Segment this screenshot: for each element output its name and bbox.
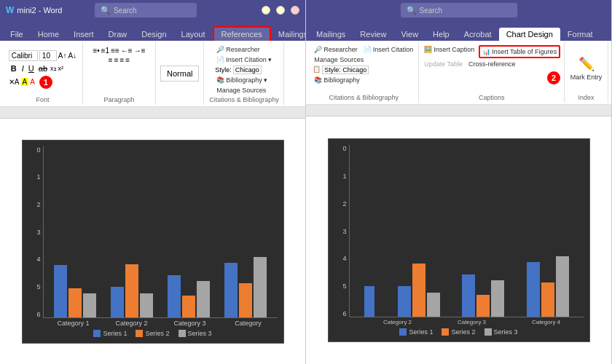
paragraph-group: ≡• ≡1 ≡≡ ←≡ →≡ ≡ ≡ ≡ ≡ Paragraph [83, 42, 156, 105]
clear-format-btn[interactable]: ✕A [9, 78, 20, 86]
tab-layout[interactable]: Layout [174, 28, 213, 41]
cat4-s3 [254, 257, 267, 317]
justify-btn[interactable]: ≡ [125, 56, 130, 64]
researcher-btn[interactable]: 🔎 Researcher [215, 45, 273, 54]
tab-r-acrobat[interactable]: Acrobat [457, 28, 499, 41]
strikethrough-btn[interactable]: ab [37, 63, 49, 74]
s3-label: Series 3 [188, 330, 212, 337]
app-title: mini2 - Word [17, 6, 62, 15]
normal-style-btn[interactable]: Normal [160, 66, 199, 82]
win-controls-left [262, 6, 299, 15]
manage-sources-right[interactable]: Manage Sources [313, 55, 415, 64]
insert-caption-icon: 🖼️ [424, 46, 432, 53]
tab-home[interactable]: Home [31, 28, 66, 41]
insert-citation-btn[interactable]: 📄 Insert Citation ▾ [215, 55, 273, 64]
para-row2: ≡ ≡ ≡ ≡ [109, 56, 130, 64]
align-left-btn[interactable]: ≡ [109, 56, 113, 64]
cat1-label: Category 1 [52, 320, 95, 327]
insert-caption-btn[interactable]: 🖼️ Insert Caption [423, 45, 476, 54]
tab-insert[interactable]: Insert [66, 28, 101, 41]
citations-group-label-right: Citations & Bibliography [329, 92, 399, 101]
left-title-bar: W mini2 - Word 🔍 Search [0, 0, 305, 20]
legend-left: Series 1 Series 2 Series 3 [28, 330, 278, 337]
tab-file[interactable]: File [3, 28, 31, 41]
font-group: Calibri 10 A↑ A↓ B I U ab x₂ x² ✕A [3, 42, 83, 105]
italic-btn[interactable]: I [20, 63, 26, 74]
style-value-right[interactable]: Style: Chicago [322, 66, 369, 74]
chart-right: 6543210 [328, 138, 590, 342]
tab-references[interactable]: References [213, 26, 271, 41]
align-right-btn[interactable]: ≡ [119, 56, 124, 64]
tab-r-chartdesign[interactable]: Chart Design [499, 28, 560, 41]
tab-r-view[interactable]: View [393, 28, 425, 41]
manage-sources-btn[interactable]: Manage Sources [215, 86, 273, 95]
ribbon-left: Calibri 10 A↑ A↓ B I U ab x₂ x² ✕A [0, 41, 305, 107]
cat2-group [111, 264, 153, 317]
chart-left: 6543210 [22, 140, 284, 344]
multilevel-btn[interactable]: ≡≡ [111, 47, 119, 55]
tab-draw[interactable]: Draw [101, 28, 135, 41]
tab-r-mailings[interactable]: Mailings [309, 28, 353, 41]
decrease-indent-btn[interactable]: ←≡ [121, 47, 133, 55]
font-row1: Calibri 10 A↑ A↓ [9, 50, 76, 61]
search-box-left[interactable]: 🔍 Search [95, 3, 197, 17]
ruler-right [306, 105, 611, 116]
ruler-left [0, 107, 305, 119]
font-color-btn[interactable]: A [30, 78, 35, 86]
cat4-right-s2 [541, 282, 554, 317]
search-input-right[interactable]: 🔍 Search [401, 3, 517, 17]
citation-dropdown[interactable]: ▾ [268, 56, 272, 63]
tab-r-help[interactable]: Help [425, 28, 457, 41]
font-size-box[interactable]: 10 [39, 50, 57, 61]
cross-reference-btn[interactable]: Cross-reference [467, 60, 517, 68]
superscript-btn[interactable]: x² [58, 65, 64, 72]
r-s2-swatch [442, 328, 449, 336]
bibliography-dropdown[interactable]: ▾ [264, 76, 267, 84]
r-s1-swatch [399, 328, 407, 336]
style-value-box[interactable]: Chicago [233, 66, 262, 74]
s2-label: Series 2 [145, 330, 169, 337]
update-table-btn[interactable]: Update Table [423, 60, 464, 68]
insert-table-figures-btn[interactable]: 📊 Insert Table of Figures [481, 47, 558, 56]
bold-btn[interactable]: B [9, 63, 19, 74]
left-panel: W mini2 - Word 🔍 Search File Home Insert… [0, 0, 306, 364]
minimize-btn[interactable] [262, 6, 270, 15]
shrink-icon[interactable]: A↓ [68, 52, 77, 60]
researcher-btn-right[interactable]: 🔎 Researcher [313, 45, 359, 54]
insert-table-figures-container: 📊 Insert Table of Figures [479, 45, 560, 58]
legend-s3: Series 3 [178, 330, 212, 337]
maximize-btn[interactable] [276, 6, 285, 15]
cat1-s2 [68, 288, 82, 317]
insert-citation-btn-right[interactable]: 📄 Insert Citation [362, 45, 415, 54]
underline-btn[interactable]: U [27, 63, 36, 74]
captions-row1: 🖼️ Insert Caption 📊 Insert Table of Figu… [423, 45, 560, 58]
font-name-box[interactable]: Calibri [9, 50, 38, 61]
doc-area-left: 6543210 [0, 119, 305, 364]
ribbon-right: 🔎 Researcher 📄 Insert Citation Manage So… [306, 41, 611, 105]
tab-design[interactable]: Design [134, 28, 173, 41]
tab-bar-right: Mailings Review View Help Acrobat Chart … [306, 20, 611, 41]
align-center-btn[interactable]: ≡ [114, 56, 119, 64]
bibliography-btn[interactable]: 📚 Bibliography ▾ [215, 76, 273, 84]
cat2-s3 [140, 293, 153, 317]
close-btn[interactable] [291, 6, 299, 15]
numbering-btn[interactable]: ≡1 [101, 47, 109, 55]
mark-entry-btn[interactable]: ✏️ Mark Entry [569, 55, 604, 82]
subscript-btn[interactable]: x₂ [50, 65, 57, 72]
cat2-right-group [398, 264, 440, 317]
bibliography-icon: 📚 [216, 76, 224, 84]
mark-entry-group: ✏️ Mark Entry Index [565, 42, 608, 103]
cat3-label-right: Category 3 [450, 319, 494, 325]
grow-icon[interactable]: A↑ [58, 52, 67, 60]
increase-indent-btn[interactable]: →≡ [134, 47, 146, 55]
para-controls: ≡• ≡1 ≡≡ ←≡ →≡ ≡ ≡ ≡ ≡ [93, 44, 145, 95]
cat3-right-bars [462, 274, 504, 317]
text-highlight-btn[interactable]: A [21, 78, 29, 86]
bibliography-right[interactable]: 📚 Bibliography [313, 76, 415, 84]
legend-r-s2: Series 2 [442, 328, 475, 336]
insert-citation-icon: 📄 [216, 56, 224, 63]
bullets-btn[interactable]: ≡• [93, 47, 99, 55]
tab-r-format[interactable]: Format [560, 28, 600, 41]
tab-r-review[interactable]: Review [353, 28, 393, 41]
cat4-right-s1 [527, 262, 540, 317]
